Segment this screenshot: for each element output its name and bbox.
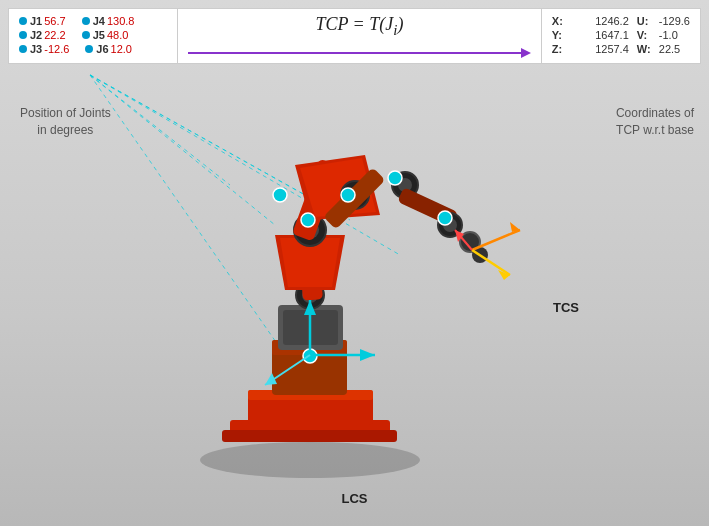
annotation-coords-line2: TCP w.r.t base — [616, 123, 694, 137]
main-container: J1 56.7 J4 130.8 J2 22.2 J5 4 — [0, 0, 709, 526]
svg-marker-19 — [280, 238, 340, 287]
u-label: U: — [637, 15, 651, 27]
j5-value: 48.0 — [107, 29, 128, 41]
annotation-joints: Position of Joints in degrees — [20, 105, 111, 139]
annotation-coords-line1: Coordinates of — [616, 106, 694, 120]
svg-point-15 — [296, 281, 324, 309]
tcp-arrow — [188, 48, 531, 58]
arrow-line — [188, 52, 521, 54]
svg-line-0 — [90, 75, 230, 185]
j4-dot — [82, 17, 90, 25]
svg-marker-24 — [300, 158, 376, 217]
tcp-formula: TCP = T(Ji) — [315, 14, 403, 39]
coords-box: X: 1246.2 U: -129.6 Y: 1647.1 V: -1.0 Z:… — [541, 8, 701, 64]
svg-point-6 — [200, 442, 420, 478]
svg-line-41 — [472, 230, 520, 250]
svg-marker-52 — [265, 373, 277, 385]
svg-point-26 — [347, 187, 363, 203]
svg-point-16 — [302, 287, 318, 303]
svg-rect-30 — [397, 187, 458, 227]
j3-value: -12.6 — [44, 43, 69, 55]
j6-dot — [85, 45, 93, 53]
lcs-label: LCS — [342, 491, 368, 506]
j1-label: J1 — [30, 15, 42, 27]
arrow-head — [521, 48, 531, 58]
svg-point-29 — [398, 178, 412, 192]
svg-marker-46 — [455, 230, 464, 242]
svg-marker-44 — [498, 270, 510, 280]
joint-row-3: J3 -12.6 J6 12.0 — [19, 43, 167, 55]
svg-point-36 — [301, 213, 315, 227]
svg-rect-27 — [323, 167, 385, 229]
annotation-joints-line1: Position of Joints — [20, 106, 111, 120]
svg-rect-11 — [272, 340, 347, 395]
svg-point-21 — [301, 221, 319, 239]
svg-point-31 — [438, 213, 462, 237]
top-panel: J1 56.7 J4 130.8 J2 22.2 J5 4 — [8, 8, 701, 64]
svg-rect-9 — [248, 390, 373, 425]
annotation-joints-line2: in degrees — [37, 123, 93, 137]
v-value: -1.0 — [659, 29, 678, 41]
joint-row-2: J2 22.2 J5 48.0 — [19, 29, 167, 41]
coord-row-x: X: 1246.2 U: -129.6 — [552, 15, 690, 27]
tcs-label: TCS — [553, 300, 579, 315]
w-label: W: — [637, 43, 651, 55]
svg-line-45 — [455, 230, 472, 250]
svg-point-37 — [273, 188, 287, 202]
svg-rect-22 — [292, 159, 340, 242]
svg-marker-18 — [275, 235, 345, 290]
svg-point-32 — [443, 218, 457, 232]
z-value: 1257.4 — [574, 43, 629, 55]
svg-point-33 — [460, 232, 480, 252]
j3-label: J3 — [30, 43, 42, 55]
j4-value: 130.8 — [107, 15, 135, 27]
coord-row-y: Y: 1647.1 V: -1.0 — [552, 29, 690, 41]
j3-dot — [19, 45, 27, 53]
svg-rect-14 — [283, 310, 338, 345]
svg-point-40 — [438, 211, 452, 225]
svg-line-5 — [90, 75, 285, 355]
j5-dot — [82, 31, 90, 39]
z-label: Z: — [552, 43, 566, 55]
y-label: Y: — [552, 29, 566, 41]
joint-j3: J3 -12.6 — [19, 43, 69, 55]
svg-rect-12 — [272, 340, 347, 355]
svg-line-4 — [90, 75, 400, 255]
svg-point-28 — [392, 172, 418, 198]
svg-rect-10 — [248, 390, 373, 400]
joint-row-1: J1 56.7 J4 130.8 — [19, 15, 167, 27]
tcp-area: TCP = T(Ji) — [178, 8, 541, 64]
svg-marker-50 — [360, 349, 375, 361]
svg-point-20 — [294, 214, 326, 246]
j6-value: 12.0 — [111, 43, 132, 55]
w-value: 22.5 — [659, 43, 680, 55]
x-value: 1246.2 — [574, 15, 629, 27]
j5-label: J5 — [93, 29, 105, 41]
svg-line-2 — [90, 75, 305, 195]
joint-j4: J4 130.8 — [82, 15, 135, 27]
joint-j2: J2 22.2 — [19, 29, 66, 41]
svg-line-1 — [90, 75, 275, 225]
x-label: X: — [552, 15, 566, 27]
svg-point-38 — [341, 188, 355, 202]
svg-marker-48 — [304, 300, 316, 315]
svg-line-51 — [265, 355, 310, 385]
svg-line-43 — [472, 250, 510, 275]
y-value: 1647.1 — [574, 29, 629, 41]
scene-svg — [0, 0, 709, 526]
svg-rect-17 — [297, 229, 323, 300]
joint-j6: J6 12.0 — [85, 43, 132, 55]
svg-point-39 — [388, 171, 402, 185]
svg-point-35 — [303, 349, 317, 363]
v-label: V: — [637, 29, 651, 41]
svg-rect-7 — [230, 420, 390, 435]
j4-label: J4 — [93, 15, 105, 27]
j2-dot — [19, 31, 27, 39]
joints-box: J1 56.7 J4 130.8 J2 22.2 J5 4 — [8, 8, 178, 64]
svg-point-34 — [472, 247, 488, 263]
j2-value: 22.2 — [44, 29, 65, 41]
j1-value: 56.7 — [44, 15, 65, 27]
joint-j5: J5 48.0 — [82, 29, 129, 41]
j2-label: J2 — [30, 29, 42, 41]
j1-dot — [19, 17, 27, 25]
